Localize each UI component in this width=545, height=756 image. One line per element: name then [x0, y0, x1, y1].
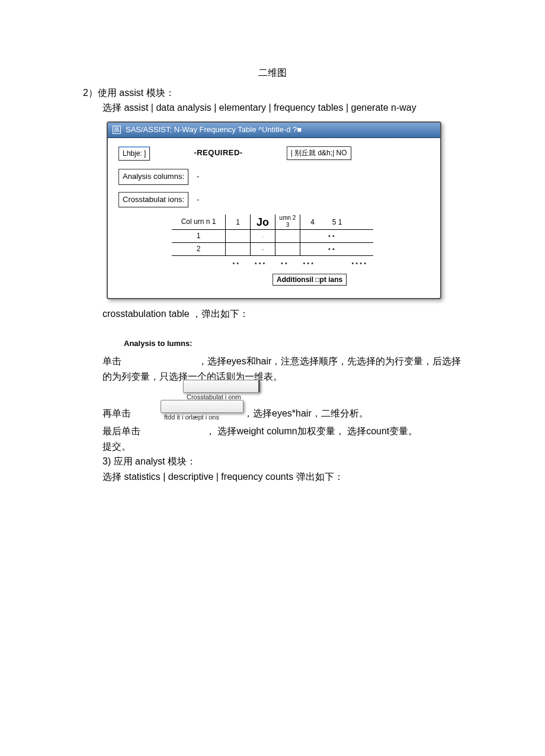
grid-row1-trail: • •	[325, 231, 342, 242]
analysis-columns-inline-button[interactable]	[183, 380, 260, 393]
para3-a: 最后单击	[102, 424, 140, 439]
grid-dots: • • •	[296, 258, 320, 269]
grid-cell[interactable]	[275, 230, 300, 242]
titlebar-icon: 虽	[113, 126, 121, 134]
grid-dots	[320, 258, 345, 269]
grid-row1-label: 1	[172, 230, 225, 242]
grid-head-1: 1	[225, 214, 250, 229]
grid-dots: • • •	[248, 258, 272, 269]
additional-options-button[interactable]: Additionsil □pt ians	[272, 274, 347, 286]
grid-cell[interactable]	[300, 243, 325, 255]
analysis-columns-value: -	[197, 171, 199, 183]
step2-heading: 2）使用 assist 模块：	[83, 85, 495, 101]
page-title: 二维图	[50, 65, 495, 81]
addopt-button-caption: ftdd it i orlæpt i ons	[161, 413, 243, 421]
crosstabulations-inline-button[interactable]	[161, 400, 243, 413]
para3-b: ， 选择weight column加权变量， 选择count变量。	[206, 424, 418, 439]
crosstab-button-block: Crosstabulat i onm	[183, 380, 260, 401]
step3-heading: 3) 应用 analyst 模块：	[102, 454, 495, 469]
grid-cell[interactable]	[275, 243, 300, 255]
grid-cell[interactable]	[225, 230, 250, 242]
grid-cell[interactable]	[225, 243, 250, 255]
grid-cell[interactable]: -	[250, 243, 275, 255]
sas-assist-window: 虽 SAS/ASSIST; N-Way Frequency Table ^Unt…	[107, 121, 441, 299]
analysis-to-lumns-label: Analysis to lumns:	[124, 338, 495, 350]
crosstabulations-button[interactable]: Crosstabulat ions:	[118, 192, 188, 208]
grid-cell[interactable]	[300, 230, 325, 242]
para2-b: ，选择eyes*hair，二维分析。	[243, 406, 368, 421]
lhbje-chip[interactable]: Lhbje: ]	[118, 146, 150, 161]
grid-col-label: Col urn n 1	[172, 216, 225, 228]
grid-cell[interactable]: ·	[250, 230, 275, 242]
para2-a: 再单击	[102, 406, 131, 421]
grid-head-23: umn 2 3	[275, 214, 300, 229]
crosstab-popup-text: crosstabulation table ，弹出如下：	[102, 306, 495, 322]
window-body: Lhbje: ] -REQUIRED- | 别丘就 d&h;| NO Analy…	[108, 138, 440, 298]
grid-row2-label: 2	[172, 244, 225, 255]
para1-a: 单击	[102, 356, 121, 366]
crosstab-grid: Col urn n 1 1 Jo umn 2 3 4 5 1 1 · • • 2…	[172, 214, 373, 269]
grid-dots: • •	[272, 258, 296, 269]
para1-b: ，选择eyes和hair，注意选择顺序，先选择的为行变量，后选择	[198, 356, 461, 366]
required-label: -REQUIRED-	[194, 147, 242, 159]
instruction-para1: 单击 ，选择eyes和hair，注意选择顺序，先选择的为行变量，后选择	[102, 354, 495, 369]
grid-head-51: 5 1	[325, 214, 350, 229]
grid-dots: • • • •	[344, 258, 373, 269]
grid-row2-trail: • •	[325, 244, 342, 255]
analysis-columns-button[interactable]: Analysis columns:	[118, 169, 188, 185]
right-chip[interactable]: | 别丘就 d&h;| NO	[287, 146, 351, 160]
step2-selection-path: 选择 assist | data analysis | elementary |…	[102, 100, 495, 116]
crosstabulations-value: -	[197, 194, 199, 206]
window-titlebar: 虽 SAS/ASSIST; N-Way Frequency Table ^Unt…	[108, 123, 440, 138]
grid-head-4: 4	[300, 214, 325, 229]
window-title: SAS/ASSIST; N-Way Frequency Table ^Untit…	[126, 124, 302, 136]
submit-line: 提交。	[102, 439, 495, 454]
grid-head-j: Jo	[250, 214, 275, 229]
step3-selection-path: 选择 statistics | descriptive | frequency …	[102, 469, 495, 485]
grid-dots: • •	[223, 258, 248, 269]
